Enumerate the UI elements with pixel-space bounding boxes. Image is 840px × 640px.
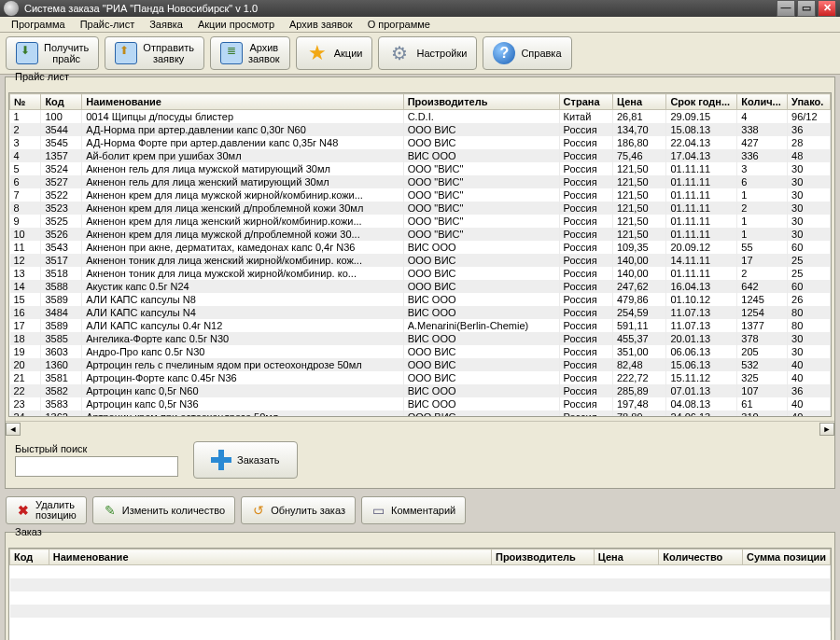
table-row[interactable]: 93525Акненон крем для лица женский жирно… [10, 215, 831, 228]
table-row[interactable]: 11000014 Щипцы д/посуды блистерC.D.I.Кит… [10, 110, 831, 124]
table-row[interactable]: 83523Акненон крем для лица женский д/про… [10, 202, 831, 215]
cell: 351,00 [613, 345, 666, 358]
cell: 06.06.13 [666, 345, 737, 358]
order-col-4[interactable]: Количество [659, 550, 743, 565]
table-row[interactable]: 213581Артроцин-Форте капс 0.45г N36ООО В… [10, 371, 831, 384]
table-row[interactable]: 113543Акненон при акне, дерматитах, каме… [10, 241, 831, 254]
delete-position-button[interactable]: ✖ Удалить позицию [6, 496, 87, 524]
cell: 3525 [41, 215, 82, 228]
table-row[interactable] [10, 605, 831, 618]
help-button[interactable]: ? Справка [483, 36, 571, 70]
cell: 01.10.12 [666, 293, 737, 306]
cell: 20 [10, 358, 41, 371]
table-row[interactable]: 183585Ангелика-Форте капс 0.5г N30ВИС ОО… [10, 332, 831, 345]
cell: 1 [737, 228, 788, 241]
table-row[interactable]: 193603Андро-Про капс 0.5г N30ООО ВИСРосс… [10, 345, 831, 358]
maximize-button[interactable]: ▭ [797, 0, 816, 17]
table-row[interactable] [10, 578, 831, 591]
cell: 121,50 [613, 215, 666, 228]
cell: ВИС ООО [403, 149, 559, 162]
cell: 3543 [41, 241, 82, 254]
cell: 14 [10, 280, 41, 293]
send-order-button[interactable]: Отправить заявку [105, 36, 204, 70]
menu-program[interactable]: Программа [4, 17, 73, 32]
cell: 134,70 [613, 123, 666, 136]
menu-archive[interactable]: Архив заявок [282, 17, 360, 32]
cell: 30 [788, 175, 831, 188]
table-row[interactable] [10, 591, 831, 605]
price-list-panel: Прайс лист №КодНаименованиеПроизводитель… [5, 77, 835, 489]
table-row[interactable]: 23544АД-Норма при артер.давлении капс 0,… [10, 123, 831, 136]
order-col-3[interactable]: Цена [594, 550, 658, 565]
cell: Акненон крем для лица мужской д/проблемн… [82, 228, 403, 241]
table-row[interactable]: 133518Акненон тоник для лица мужской жир… [10, 267, 831, 280]
table-row[interactable]: 53524Акненон гель для лица мужской матир… [10, 162, 831, 175]
reset-order-button[interactable]: ↺ Обнулить заказ [241, 496, 356, 524]
table-row[interactable]: 233583Артроцин капс 0,5г N36ВИС ОООРосси… [10, 397, 831, 410]
cell: 22 [10, 384, 41, 397]
cell: 3527 [41, 175, 82, 188]
order-table-scroll[interactable]: КодНаименованиеПроизводительЦенаКоличест… [8, 548, 832, 640]
cell: 9 [10, 215, 41, 228]
price-col-6[interactable]: Срок годн... [666, 94, 737, 110]
minimize-button[interactable]: — [777, 0, 795, 17]
table-row[interactable]: 123517Акненон тоник для лица женский жир… [10, 254, 831, 267]
table-row[interactable]: 143588Акустик капс 0.5г N24ООО ВИСРоссия… [10, 280, 831, 293]
table-row[interactable] [10, 618, 831, 631]
order-col-5[interactable]: Сумма позиции [742, 550, 830, 565]
menu-order[interactable]: Заявка [142, 17, 190, 32]
table-row[interactable]: 63527Акненон гель для лица женский матир… [10, 175, 831, 188]
order-col-0[interactable]: Код [10, 550, 49, 565]
table-row[interactable]: 163484АЛИ КАПС капсулы N4ВИС ОООРоссия25… [10, 306, 831, 319]
menu-pricelist[interactable]: Прайс-лист [73, 17, 143, 32]
cell: 121,50 [613, 202, 666, 215]
settings-button[interactable]: ⚙ Настройки [378, 36, 477, 70]
price-col-5[interactable]: Цена [613, 94, 666, 110]
promo-button[interactable]: ★ Акции [296, 36, 373, 70]
table-row[interactable] [10, 565, 831, 579]
price-col-8[interactable]: Упако. [788, 94, 831, 110]
scroll-left-icon[interactable]: ◄ [6, 423, 21, 436]
table-row[interactable]: 33545АД-Норма Форте при артер.давлении к… [10, 136, 831, 149]
table-row[interactable]: 201360Артроцин гель с пчелиным ядом при … [10, 358, 831, 371]
upload-icon [115, 42, 137, 64]
cell: Акненон крем для лица мужской жирной/ком… [82, 188, 403, 202]
price-col-7[interactable]: Колич... [737, 94, 788, 110]
cell: Акненон крем для лица женский жирной/ком… [82, 215, 403, 228]
price-col-1[interactable]: Код [41, 94, 82, 110]
cell: 3603 [41, 345, 82, 358]
cell: 21 [10, 371, 41, 384]
get-price-button[interactable]: Получить прайс [6, 36, 99, 70]
cell: АЛИ КАПС капсулы 0.4г N12 [82, 319, 403, 332]
cell: 16.04.13 [666, 280, 737, 293]
close-button[interactable]: ✕ [818, 0, 836, 17]
table-row[interactable]: 153589АЛИ КАПС капсулы N8ВИС ОООРоссия47… [10, 293, 831, 306]
cell: 3581 [41, 371, 82, 384]
table-row[interactable]: 173589АЛИ КАПС капсулы 0.4г N12A.Menarin… [10, 319, 831, 332]
table-row[interactable]: 223582Артроцин капс 0,5г N60ВИС ОООРосси… [10, 384, 831, 397]
scroll-right-icon[interactable]: ► [819, 423, 834, 436]
table-row[interactable]: 241362Артроцин крем при остеохондрозе 50… [10, 410, 831, 417]
cell: 140,00 [613, 267, 666, 280]
menu-about[interactable]: О программе [360, 17, 438, 32]
table-row[interactable]: 103526Акненон крем для лица мужской д/пр… [10, 228, 831, 241]
order-col-2[interactable]: Производитель [491, 550, 594, 565]
change-qty-button[interactable]: ✎ Изменить количество [92, 496, 235, 524]
cell: 18 [10, 332, 41, 345]
price-col-3[interactable]: Производитель [403, 94, 559, 110]
price-col-2[interactable]: Наименование [82, 94, 403, 110]
cell: Акустик капс 0.5г N24 [82, 280, 403, 293]
quick-search-input[interactable] [15, 456, 178, 477]
price-col-0[interactable]: № [10, 94, 41, 110]
price-table-scroll[interactable]: №КодНаименованиеПроизводительСтранаЦенаС… [8, 92, 832, 417]
cell: 01.11.11 [666, 202, 737, 215]
add-to-order-button[interactable]: Заказать [193, 441, 298, 479]
table-row[interactable]: 73522Акненон крем для лица мужской жирно… [10, 188, 831, 202]
order-col-1[interactable]: Наименование [49, 550, 491, 565]
price-hscroll[interactable]: ◄ ► [6, 421, 834, 436]
table-row[interactable]: 41357Ай-болит крем при ушибах 30млВИС ОО… [10, 149, 831, 162]
menu-promo-view[interactable]: Акции просмотр [190, 17, 282, 32]
comment-button[interactable]: ▭ Комментарий [361, 496, 466, 524]
archive-button[interactable]: Архив заявок [210, 36, 290, 70]
price-col-4[interactable]: Страна [559, 94, 612, 110]
